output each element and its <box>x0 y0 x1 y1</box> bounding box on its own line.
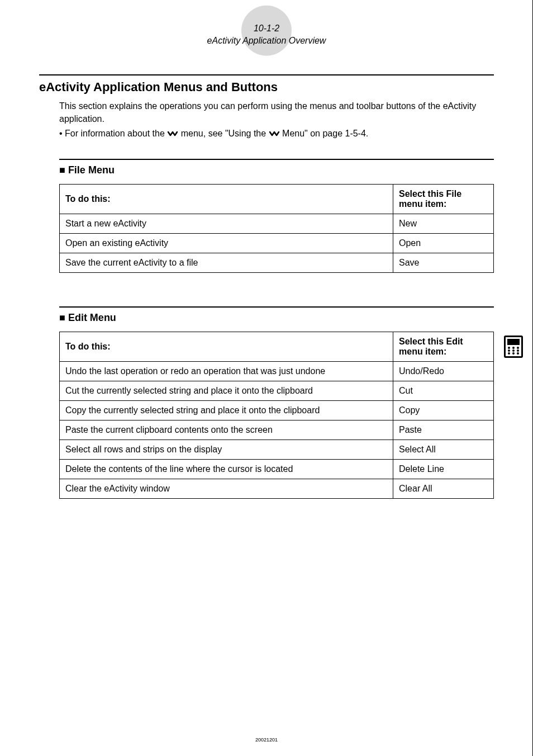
footer-code: 20021201 <box>0 737 533 743</box>
page-subtitle: eActivity Application Overview <box>39 35 494 47</box>
calculator-icon <box>504 336 523 358</box>
page-header: 10-1-2 eActivity Application Overview <box>39 22 494 46</box>
page-ref: 10-1-2 <box>39 22 494 35</box>
